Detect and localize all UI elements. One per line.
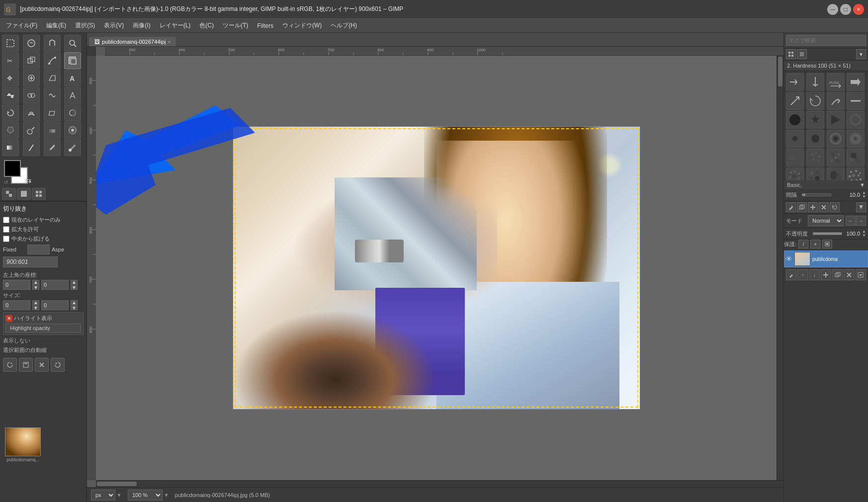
horizontal-scrollbar[interactable] xyxy=(96,480,783,487)
layer-delete-button[interactable] xyxy=(844,269,854,280)
brush-item-double-dash[interactable] xyxy=(847,92,865,110)
vertical-scrollbar-thumb[interactable] xyxy=(778,57,782,86)
path-tool[interactable] xyxy=(44,52,61,69)
layer-duplicate-button[interactable] xyxy=(832,269,843,280)
brush-item-arrow-push[interactable]: PUSH xyxy=(827,73,845,91)
y-coord-spinner[interactable]: ▲▼ xyxy=(71,280,78,290)
brush-expand-button[interactable] xyxy=(856,202,866,212)
brush-new-button[interactable] xyxy=(808,202,818,212)
menu-layer[interactable]: レイヤー(L) xyxy=(156,20,195,31)
brush-search-input[interactable] xyxy=(786,35,866,46)
expand-center-checkbox[interactable] xyxy=(3,236,9,242)
brush-item-filled-circle-lg[interactable] xyxy=(786,111,804,129)
brush-item-texture3[interactable] xyxy=(827,149,845,167)
tool-options-save-button[interactable] xyxy=(19,358,33,372)
pattern-tool-btn[interactable] xyxy=(32,188,46,200)
foreground-fill-button[interactable] xyxy=(17,188,31,200)
brush-item-scatter4[interactable] xyxy=(847,167,865,180)
layer-visibility-icon[interactable]: 👁 xyxy=(785,255,792,263)
protect-position-button[interactable]: + xyxy=(810,240,820,249)
foreground-color-swatch[interactable] xyxy=(4,160,21,177)
fixed-input[interactable] xyxy=(27,245,50,254)
width-spinner[interactable]: ▲▼ xyxy=(32,300,39,310)
move-tool[interactable]: ✥ xyxy=(2,70,19,86)
menu-image[interactable]: 画像(I) xyxy=(129,20,154,31)
bucket-fill-tool[interactable] xyxy=(2,122,19,139)
colorpicker-tool[interactable] xyxy=(64,139,81,156)
brush-category-dropdown[interactable]: ▼ xyxy=(860,182,865,188)
brush-item-ring-lg[interactable] xyxy=(847,111,865,129)
opacity-down-arrow[interactable]: ▼ xyxy=(862,234,866,238)
maximize-button[interactable]: □ xyxy=(840,4,851,15)
layer-down-button[interactable]: ↓ xyxy=(809,269,820,280)
layer-up-button[interactable]: ↑ xyxy=(797,269,808,280)
menu-file[interactable]: ファイル(F) xyxy=(2,20,41,31)
brush-item-circle-sm[interactable] xyxy=(786,130,804,148)
text-tool[interactable]: A xyxy=(64,70,81,86)
canvas-viewport[interactable] xyxy=(96,56,777,480)
highlight-opacity-button[interactable]: Highlight opacity xyxy=(5,324,81,333)
brush-item-soft-circle[interactable] xyxy=(827,130,845,148)
height-input[interactable] xyxy=(41,300,69,310)
swap-colors-icon[interactable]: ⇆ xyxy=(25,175,31,185)
perspective-tool[interactable] xyxy=(44,70,61,86)
height-spinner[interactable]: ▲▼ xyxy=(71,300,78,310)
pencil-tool[interactable] xyxy=(23,139,40,156)
brush-item-soft-circle2[interactable] xyxy=(847,130,865,148)
menu-windows[interactable]: ウィンドウ(W) xyxy=(278,20,326,31)
spacing-slider[interactable] xyxy=(802,193,831,196)
rect-select-tool[interactable] xyxy=(2,35,19,52)
highlight-close-button[interactable]: ✕ xyxy=(5,315,12,322)
brush-refresh-button[interactable] xyxy=(830,202,840,212)
brush-item-texture2[interactable] xyxy=(806,149,824,167)
brush-item-texture1[interactable]: ≡ xyxy=(786,149,804,167)
canvas-tab[interactable]: 🖼 publicdomainq-0026744ipj × xyxy=(89,37,176,46)
brush-item-arrow-right[interactable] xyxy=(786,73,804,91)
layer-edit-button[interactable] xyxy=(786,269,796,280)
x-coord-spinner[interactable]: ▲▼ xyxy=(32,280,39,290)
menu-edit[interactable]: 編集(E) xyxy=(42,20,70,31)
mode-prev-button[interactable]: ← xyxy=(846,216,856,226)
brush-duplicate-button[interactable] xyxy=(797,202,807,212)
layer-item[interactable]: 👁 publicdoma xyxy=(784,251,868,267)
rotate-tool[interactable] xyxy=(2,104,19,121)
unit-select[interactable]: px in cm mm xyxy=(91,490,115,501)
brush-item-scatter3[interactable] xyxy=(827,167,845,180)
smudge-tool[interactable] xyxy=(23,104,40,121)
y-coord-input[interactable] xyxy=(41,280,69,290)
layer-new-button[interactable] xyxy=(821,269,831,280)
airbrush-tool[interactable] xyxy=(23,122,40,139)
align-tool[interactable] xyxy=(2,87,19,104)
brush-item-star[interactable] xyxy=(806,111,824,129)
rtc-grid-view-button[interactable] xyxy=(786,49,796,59)
menu-view[interactable]: 表示(V) xyxy=(100,20,128,31)
close-button[interactable]: × xyxy=(853,4,864,15)
eraser-tool[interactable] xyxy=(44,122,61,139)
horizontal-scrollbar-thumb[interactable] xyxy=(97,482,137,486)
dimension-display[interactable]: 900:601 xyxy=(3,256,58,267)
menu-colors[interactable]: 色(C) xyxy=(195,20,218,31)
new-pattern-button[interactable] xyxy=(2,188,16,200)
width-input[interactable] xyxy=(3,300,30,310)
blend-tool[interactable] xyxy=(2,139,19,156)
no-show-option[interactable]: 表示しない xyxy=(3,337,84,344)
brush-edit-button[interactable] xyxy=(786,202,796,212)
brush-item-play-right[interactable] xyxy=(827,111,845,129)
minimize-button[interactable]: ─ xyxy=(827,4,838,15)
dodge-burn-tool[interactable] xyxy=(64,104,81,121)
brush-paint-tool[interactable] xyxy=(44,139,61,156)
brush-item-arrow-down[interactable] xyxy=(806,73,824,91)
tool-options-reset-button[interactable] xyxy=(3,358,17,372)
allow-grow-checkbox[interactable] xyxy=(3,226,9,233)
brush-item-circle-md[interactable] xyxy=(806,130,824,148)
brush-item-arrow-up-right[interactable] xyxy=(786,92,804,110)
layer-expand-button[interactable] xyxy=(856,269,866,280)
scale-tool[interactable] xyxy=(23,52,40,69)
menu-select[interactable]: 選択(S) xyxy=(71,20,99,31)
menu-tools[interactable]: ツール(T) xyxy=(219,20,252,31)
scissors-select-tool[interactable]: ✂ xyxy=(2,52,19,69)
mode-select[interactable]: Normal Multiply Screen Overlay xyxy=(808,215,844,226)
ink-tool[interactable] xyxy=(64,87,81,104)
rtc-list-view-button[interactable] xyxy=(797,49,807,59)
tool-options-restore-button[interactable] xyxy=(51,358,65,372)
